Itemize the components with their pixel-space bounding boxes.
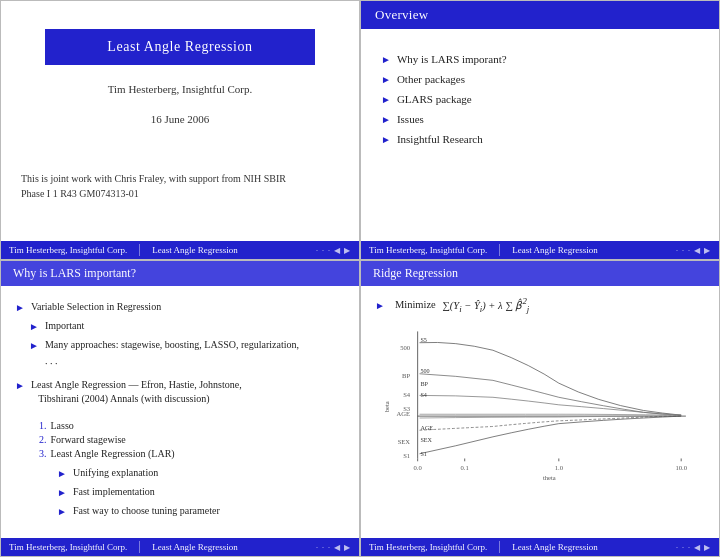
- item-label: Lasso: [51, 420, 74, 431]
- item-text: Least Angle Regression — Efron, Hastie, …: [31, 378, 242, 406]
- svg-text:1.0: 1.0: [555, 463, 564, 470]
- item-text: Issues: [397, 113, 424, 125]
- footer-author: Tim Hesterberg, Insightful Corp.: [9, 542, 127, 552]
- bullet-icon: ►: [381, 54, 391, 65]
- footer-title: Least Angle Regression: [512, 542, 597, 552]
- bullet-icon: ►: [57, 486, 67, 500]
- svg-text:AGE: AGE: [420, 425, 433, 431]
- date: 16 June 2006: [151, 113, 210, 125]
- bullet-icon: ►: [381, 74, 391, 85]
- title-slide-content: Least Angle Regression Tim Hesterberg, I…: [1, 1, 359, 241]
- lars-footer: Tim Hesterberg, Insightful Corp. Least A…: [1, 538, 359, 556]
- joint-work: This is joint work with Chris Fraley, wi…: [21, 171, 339, 223]
- title-slide: Least Angle Regression Tim Hesterberg, I…: [0, 0, 360, 260]
- item-text: Insightful Research: [397, 133, 483, 145]
- bullet-icon: ►: [29, 320, 39, 334]
- chart-svg: 500 BP S4 S3 AGE SEX S1 beta 0.0 0.1: [375, 322, 705, 482]
- list-item: ► Variable Selection in Regression: [15, 300, 345, 315]
- svg-text:BP: BP: [420, 381, 428, 387]
- slide-title: Least Angle Regression: [45, 29, 315, 65]
- footer-separator: [139, 541, 140, 553]
- item-text: Other packages: [397, 73, 465, 85]
- list-item: ► · · ·: [15, 357, 345, 372]
- ridge-chart: 500 BP S4 S3 AGE SEX S1 beta 0.0 0.1: [375, 322, 705, 482]
- list-item: ► Insightful Research: [381, 133, 699, 145]
- list-item: ► Unifying explanation: [57, 466, 345, 481]
- bullet-icon: ►: [381, 114, 391, 125]
- numbered-item: 1. Lasso: [39, 420, 345, 431]
- item-text: GLARS package: [397, 93, 472, 105]
- footer-dots: · · · ◀ ▶: [676, 543, 711, 552]
- list-item: ► Fast implementation: [57, 485, 345, 500]
- list-item: ► Issues: [381, 113, 699, 125]
- footer-title: Least Angle Regression: [512, 245, 597, 255]
- svg-text:0.0: 0.0: [414, 463, 423, 470]
- footer-title: Least Angle Regression: [152, 245, 237, 255]
- footer-left: Tim Hesterberg, Insightful Corp. Least A…: [9, 541, 238, 553]
- footer-left: Tim Hesterberg, Insightful Corp. Least A…: [369, 541, 598, 553]
- svg-text:500: 500: [400, 344, 411, 351]
- footer-title: Least Angle Regression: [152, 542, 237, 552]
- list-item: ► Why is LARS imporant?: [381, 53, 699, 65]
- overview-content: ► Why is LARS imporant? ► Other packages…: [361, 29, 719, 260]
- svg-text:S1: S1: [420, 450, 426, 456]
- item-label: Forward stagewise: [51, 434, 126, 445]
- footer-author: Tim Hesterberg, Insightful Corp.: [369, 542, 487, 552]
- svg-text:10.0: 10.0: [675, 463, 687, 470]
- svg-text:S4: S4: [403, 391, 411, 398]
- svg-text:BP: BP: [402, 372, 410, 379]
- bullet-icon: ►: [57, 467, 67, 481]
- list-item: ► Other packages: [381, 73, 699, 85]
- item-text: Fast way to choose tuning parameter: [73, 504, 220, 518]
- svg-text:beta: beta: [383, 401, 390, 412]
- lars-slide: Why is LARS important? ► Variable Select…: [0, 260, 360, 557]
- numbered-item: 3. Least Angle Regression (LAR): [39, 448, 345, 459]
- list-item: ► Fast way to choose tuning parameter: [57, 504, 345, 519]
- footer-dots: · · · ◀ ▶: [316, 246, 351, 255]
- list-item: ► GLARS package: [381, 93, 699, 105]
- num: 2.: [39, 434, 47, 445]
- list-item: ► Many approaches: stagewise, boosting, …: [15, 338, 345, 353]
- lars-list: ► Variable Selection in Regression ► Imp…: [15, 296, 345, 414]
- bullet-icon: ►: [29, 339, 39, 353]
- svg-text:0.1: 0.1: [461, 463, 469, 470]
- title-slide-footer: Tim Hesterberg, Insightful Corp. Least A…: [1, 241, 359, 259]
- bullet-icon: ►: [15, 301, 25, 315]
- svg-text:S1: S1: [403, 452, 410, 459]
- item-text: · · ·: [45, 357, 58, 371]
- sub-list: ► Unifying explanation ► Fast implementa…: [15, 462, 345, 527]
- bullet-icon: ►: [381, 94, 391, 105]
- formula-text: ∑(Yi − Ŷi) + λ ∑ β̂2j: [442, 296, 529, 314]
- svg-text:AGE: AGE: [397, 410, 411, 417]
- list-item: ► Important: [15, 319, 345, 334]
- ridge-content: ► Minimize ∑(Yi − Ŷi) + λ ∑ β̂2j 500 BP …: [361, 286, 719, 557]
- footer-dots: · · · ◀ ▶: [316, 543, 351, 552]
- overview-footer: Tim Hesterberg, Insightful Corp. Least A…: [361, 241, 719, 259]
- bullet-icon: ►: [57, 505, 67, 519]
- num: 1.: [39, 420, 47, 431]
- numbered-item: 2. Forward stagewise: [39, 434, 345, 445]
- item-text: Unifying explanation: [73, 466, 158, 480]
- list-item: ► Least Angle Regression — Efron, Hastie…: [15, 378, 345, 406]
- overview-header: Overview: [361, 1, 719, 29]
- item-text: Why is LARS imporant?: [397, 53, 507, 65]
- svg-text:SEX: SEX: [420, 436, 432, 442]
- lars-header: Why is LARS important?: [1, 261, 359, 286]
- footer-separator: [499, 244, 500, 256]
- author: Tim Hesterberg, Insightful Corp.: [108, 83, 253, 95]
- bullet-icon: ►: [381, 134, 391, 145]
- footer-author: Tim Hesterberg, Insightful Corp.: [9, 245, 127, 255]
- footer-author: Tim Hesterberg, Insightful Corp.: [369, 245, 487, 255]
- footer-left: Tim Hesterberg, Insightful Corp. Least A…: [369, 244, 598, 256]
- svg-text:theta: theta: [543, 474, 556, 481]
- item-text: Important: [45, 319, 84, 333]
- ridge-slide: Ridge Regression ► Minimize ∑(Yi − Ŷi) +…: [360, 260, 720, 557]
- lars-content: ► Variable Selection in Regression ► Imp…: [1, 286, 359, 557]
- numbered-list: 1. Lasso 2. Forward stagewise 3. Least A…: [15, 420, 345, 459]
- svg-text:500: 500: [420, 367, 429, 373]
- bullet-icon: ►: [375, 300, 385, 311]
- footer-left: Tim Hesterberg, Insightful Corp. Least A…: [9, 244, 238, 256]
- item-text: Variable Selection in Regression: [31, 300, 161, 314]
- footer-separator: [499, 541, 500, 553]
- svg-text:S5: S5: [420, 336, 426, 342]
